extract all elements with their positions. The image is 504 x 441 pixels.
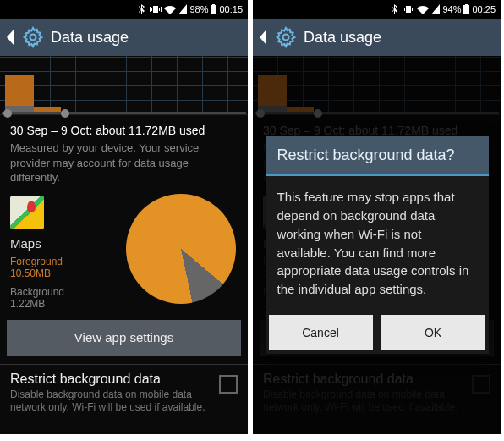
content-area: 30 Sep – 9 Oct: about 11.72MB used Measu… — [253, 56, 501, 434]
svg-point-1 — [283, 35, 289, 41]
wifi-icon — [417, 4, 429, 14]
cancel-button[interactable]: Cancel — [269, 315, 373, 350]
restrict-background-row[interactable]: Restrict background data Disable backgro… — [0, 365, 248, 423]
usage-pie-chart — [126, 194, 236, 304]
chart-handle-right[interactable] — [61, 109, 69, 118]
clock: 00:15 — [219, 4, 243, 14]
vibrate-icon — [403, 4, 414, 14]
wifi-icon — [164, 4, 176, 14]
action-bar: Data usage — [0, 19, 248, 56]
usage-disclaimer: Measured by your device. Your service pr… — [10, 141, 238, 185]
usage-range: 30 Sep – 9 Oct: about 11.72MB used — [10, 124, 238, 137]
dialog-scrim: Restrict background data? This feature m… — [253, 56, 501, 434]
back-icon[interactable] — [5, 30, 15, 45]
page-title: Data usage — [304, 29, 381, 47]
battery-percent: 98% — [189, 4, 208, 14]
signal-icon — [431, 4, 440, 14]
battery-icon — [463, 4, 469, 14]
vibrate-icon — [150, 4, 162, 14]
app-icon-maps — [10, 196, 44, 229]
background-value: 1.22MB — [10, 298, 103, 310]
app-name: Maps — [10, 236, 103, 251]
signal-icon — [178, 4, 187, 14]
dialog-body: This feature may stop apps that depend o… — [266, 176, 489, 311]
settings-icon[interactable] — [22, 26, 44, 48]
chart-handle-left[interactable] — [3, 109, 12, 118]
app-usage-row: Maps Foreground 10.50MB Background 1.22M… — [0, 189, 248, 310]
bluetooth-icon — [139, 4, 147, 14]
back-icon[interactable] — [258, 30, 268, 45]
restrict-checkbox[interactable] — [219, 375, 238, 394]
action-bar: Data usage — [253, 19, 501, 56]
phone-screenshot-right: 94% 00:25 Data usage 30 Sep – 9 Oct: abo… — [253, 0, 501, 434]
content-area: 30 Sep – 9 Oct: about 11.72MB used Measu… — [0, 56, 248, 434]
status-bar: 98% 00:15 — [0, 0, 248, 19]
svg-point-0 — [30, 35, 36, 41]
restrict-title: Restrict background data — [10, 372, 212, 387]
page-title: Data usage — [51, 29, 129, 47]
dialog-title: Restrict background data? — [266, 136, 489, 176]
battery-icon — [211, 4, 216, 14]
foreground-label: Foreground — [10, 256, 103, 267]
ok-button[interactable]: OK — [381, 315, 485, 350]
usage-summary: 30 Sep – 9 Oct: about 11.72MB used Measu… — [0, 115, 248, 189]
status-bar: 94% 00:25 — [253, 0, 501, 19]
usage-chart[interactable] — [0, 56, 248, 115]
settings-icon[interactable] — [275, 26, 297, 48]
restrict-subtitle: Disable background data on mobile data n… — [10, 389, 212, 415]
view-app-settings-button[interactable]: View app settings — [7, 320, 241, 356]
battery-percent: 94% — [442, 4, 461, 14]
background-label: Background — [10, 286, 103, 298]
restrict-dialog: Restrict background data? This feature m… — [266, 136, 489, 354]
clock: 00:25 — [472, 4, 496, 14]
foreground-value: 10.50MB — [10, 267, 103, 279]
phone-screenshot-left: 98% 00:15 Data usage 30 Sep – 9 Oct: abo… — [0, 0, 248, 434]
bluetooth-icon — [392, 4, 400, 14]
